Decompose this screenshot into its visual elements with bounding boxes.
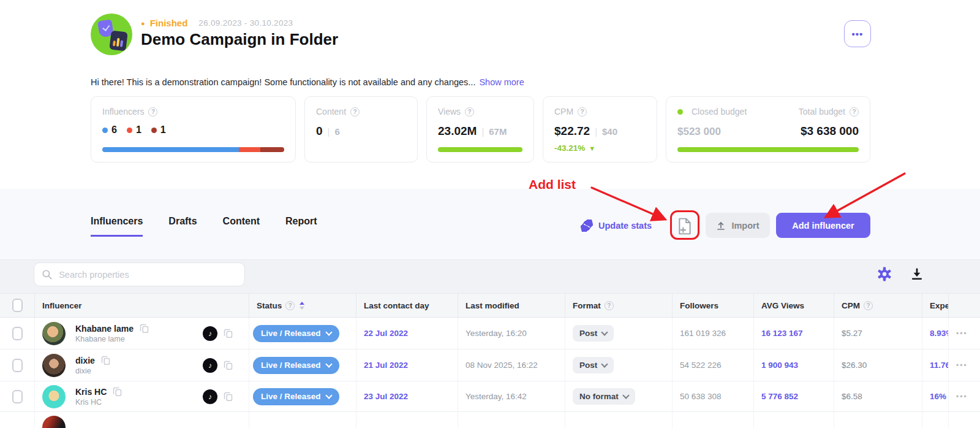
influencers-progress-bar [102,147,284,152]
cpm-change: -43.21%▼ [554,143,646,153]
red-dot-icon [127,128,132,133]
budget-progress-bar [677,147,859,152]
search-box[interactable] [34,262,245,286]
status-dot-icon: ● [141,20,145,27]
stat-card-cpm: CPM ? $22.72 | $40 -43.21%▼ [543,96,657,162]
views-progress-bar [438,147,522,152]
followers-value: 161 019 326 [680,329,726,338]
row-menu[interactable]: ••• [956,392,968,401]
cpm-value: $26.30 [842,361,867,370]
gear-icon [877,267,892,281]
search-input[interactable] [58,269,237,280]
last-contact-link[interactable]: 23 Jul 2022 [364,392,408,401]
closed-budget-value: $523 000 [677,126,721,138]
influencer-handle: Khabane lame [75,335,149,343]
tab-drafts[interactable]: Drafts [168,216,197,237]
cpm-value: $6.58 [842,392,862,401]
last-contact-link[interactable]: 22 Jul 2022 [364,329,408,338]
influencer-name[interactable]: dixie [75,356,95,365]
col-status: Status [257,301,282,310]
help-icon[interactable]: ? [148,107,157,117]
stat-card-content: Content ? 0 | 6 [304,96,418,162]
col-format: Format [573,301,601,310]
page-title: Demo Campaign in Folder [141,30,338,49]
tab-report[interactable]: Report [285,216,317,237]
update-stats-button[interactable]: Update stats [581,220,652,232]
tiktok-icon: ♪ [203,358,217,373]
add-influencer-button[interactable]: Add influencer [776,213,870,238]
col-avg-views: AVG Views [761,301,804,310]
sort-control[interactable] [300,302,304,310]
help-icon[interactable]: ? [465,107,474,117]
influencer-handle: dixie [75,367,110,375]
import-button[interactable]: Import [706,213,770,238]
status-dropdown[interactable]: Live / Released [253,357,339,374]
influencer-handle: Kris HC [75,398,122,407]
tiktok-icon: ♪ [203,326,217,341]
expenses-link[interactable]: 16% [930,392,946,401]
format-dropdown[interactable]: No format [573,388,635,405]
help-icon[interactable]: ? [850,107,859,117]
col-influencer: Influencer [42,301,82,310]
table-row[interactable]: dixie dixie ♪ Live / Released 21 Jul 202… [0,350,980,381]
chevron-down-icon [325,361,332,367]
table-settings-button[interactable] [877,267,892,284]
select-all-checkbox[interactable] [12,299,23,312]
campaign-avatar [91,13,132,55]
campaign-more-button[interactable]: ••• [844,20,871,47]
chevron-down-icon [325,392,332,399]
last-modified: Yesterday, 16:42 [466,392,527,401]
avg-views-link[interactable]: 1 900 943 [761,361,798,370]
row-checkbox[interactable] [12,359,23,372]
table-row[interactable]: Kris HC Kris HC ♪ Live / Released 23 Jul… [0,381,980,412]
row-menu[interactable]: ••• [956,361,968,370]
add-list-button[interactable] [677,218,692,237]
copy-icon[interactable] [224,391,233,402]
row-checkbox[interactable] [12,327,23,340]
chart-illustration [109,30,128,51]
tab-content[interactable]: Content [223,216,260,237]
format-dropdown[interactable]: Post [573,357,614,373]
status-dropdown[interactable]: Live / Released [253,388,339,405]
chevron-down-icon [601,361,608,367]
last-contact-link[interactable]: 21 Jul 2022 [364,361,408,370]
col-cpm: CPM [842,301,860,310]
add-list-annotation: Add list [529,177,576,192]
row-menu[interactable]: ••• [956,329,968,338]
help-icon[interactable]: ? [285,301,295,310]
status-dropdown[interactable]: Live / Released [253,325,339,342]
green-dot-icon [677,109,683,115]
followers-value: 50 638 308 [680,392,722,401]
influencer-name[interactable]: Khabane lame [75,324,134,334]
col-expenses: Expenses [930,301,948,310]
table-row-partial [0,412,980,428]
format-dropdown[interactable]: Post [573,325,614,342]
influencer-name[interactable]: Kris HC [75,387,107,397]
help-icon[interactable]: ? [864,301,873,310]
total-budget-value: $3 638 000 [801,124,859,138]
row-checkbox[interactable] [12,390,23,403]
avg-views-link[interactable]: 16 123 167 [761,329,803,338]
expenses-link[interactable]: 8.93% [930,329,948,338]
tiktok-icon: ♪ [203,389,217,404]
help-icon[interactable]: ? [578,107,587,117]
help-icon[interactable]: ? [350,107,360,117]
chevron-down-icon [622,392,629,399]
campaign-status-line: ● Finished 26.09.2023 - 30.10.2023 [141,18,293,28]
show-more-link[interactable]: Show more [479,77,524,87]
table-row[interactable]: Khabane lame Khabane lame ♪ Live / Relea… [0,318,980,350]
help-icon[interactable]: ? [605,301,614,310]
copy-icon[interactable] [224,360,233,370]
expenses-link[interactable]: 11.76% [930,361,948,370]
copy-icon[interactable] [113,386,122,397]
copy-icon[interactable] [224,328,233,338]
followers-value: 54 522 226 [680,361,722,370]
export-button[interactable] [910,267,924,283]
copy-icon[interactable] [101,355,110,365]
avg-views-link[interactable]: 5 776 852 [761,392,798,401]
copy-icon[interactable] [140,323,149,334]
tab-influencers[interactable]: Influencers [91,216,143,237]
file-plus-icon [677,218,692,235]
col-last-modified: Last modified [466,301,519,310]
col-last-contact: Last contact day [364,301,429,310]
